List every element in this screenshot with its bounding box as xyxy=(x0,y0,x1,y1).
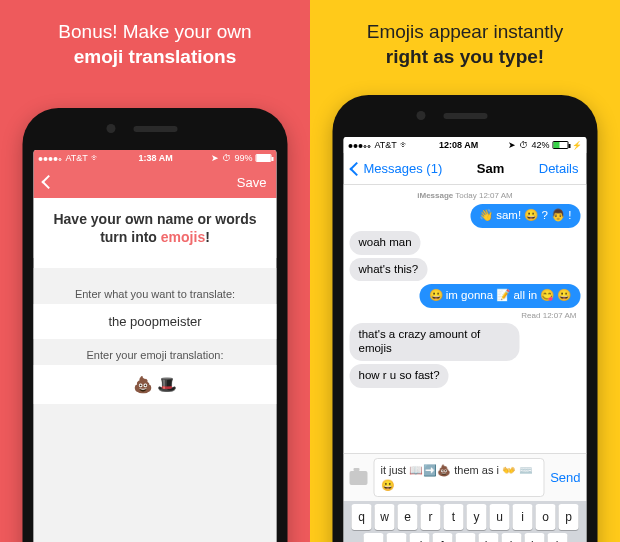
status-bar: AT&T ᯤ 12:08 AM ➤ ⏱ 42% ⚡ xyxy=(344,137,587,153)
headline-right: Emojis appear instantly right as you typ… xyxy=(310,0,620,69)
carrier-label: AT&T xyxy=(375,140,397,150)
keyboard-row-2: asdfghjkl xyxy=(346,533,585,542)
battery-fill xyxy=(257,155,271,161)
key-r[interactable]: r xyxy=(421,504,441,530)
screen-left: AT&T ᯤ 1:38 AM ➤ ⏱ 99% Save Have your ow… xyxy=(34,150,277,542)
key-a[interactable]: a xyxy=(363,533,383,542)
key-s[interactable]: s xyxy=(386,533,406,542)
clock: 1:38 AM xyxy=(100,153,212,163)
screen-right: AT&T ᯤ 12:08 AM ➤ ⏱ 42% ⚡ Messages (1) S… xyxy=(344,137,587,542)
phone-mockup-right: AT&T ᯤ 12:08 AM ➤ ⏱ 42% ⚡ Messages (1) S… xyxy=(333,95,598,542)
message-in: woah man xyxy=(350,231,581,255)
message-in: how r u so fast? xyxy=(350,364,581,388)
message-in: that's a crazy amount of emojis xyxy=(350,323,581,361)
back-button[interactable]: Messages (1) xyxy=(352,161,443,176)
back-icon[interactable] xyxy=(41,175,55,189)
key-e[interactable]: e xyxy=(398,504,418,530)
source-input[interactable]: the poopmeister xyxy=(34,304,277,339)
location-icon: ➤ xyxy=(508,140,516,150)
headline-text: Emojis appear instantly xyxy=(367,21,563,42)
battery-text: 42% xyxy=(531,140,549,150)
clock: 12:08 AM xyxy=(409,140,509,150)
message-in: what's this? xyxy=(350,258,581,282)
translation-form: Enter what you want to translate: the po… xyxy=(34,268,277,542)
details-button[interactable]: Details xyxy=(539,161,579,176)
alarm-icon: ⏱ xyxy=(222,153,231,163)
key-w[interactable]: w xyxy=(375,504,395,530)
keyboard-row-1: qwertyuiop xyxy=(346,504,585,530)
charging-icon: ⚡ xyxy=(572,141,582,150)
wifi-icon: ᯤ xyxy=(91,153,100,163)
message-composer: it just 📖➡️💩 them as i 👐 ⌨️ 😀 Send xyxy=(344,453,587,501)
battery-icon xyxy=(553,141,569,149)
intro-title: Have your own name or words turn into em… xyxy=(46,210,265,246)
key-i[interactable]: i xyxy=(513,504,533,530)
carrier-label: AT&T xyxy=(66,153,88,163)
headline-left: Bonus! Make your own emoji translations xyxy=(0,0,310,69)
message-thread[interactable]: iMessage Today 12:07 AM 👋 sam! 😀 ? 👨 ! w… xyxy=(344,185,587,453)
key-t[interactable]: t xyxy=(444,504,464,530)
promo-panel-right: Emojis appear instantly right as you typ… xyxy=(310,0,620,542)
key-o[interactable]: o xyxy=(536,504,556,530)
message-out: 😀 im gonna 📝 all in 😋 😀 xyxy=(350,284,581,308)
emoji-input[interactable]: 💩 🎩 xyxy=(34,365,277,404)
key-h[interactable]: h xyxy=(478,533,498,542)
key-u[interactable]: u xyxy=(490,504,510,530)
key-y[interactable]: y xyxy=(467,504,487,530)
save-button[interactable]: Save xyxy=(237,175,267,190)
key-k[interactable]: k xyxy=(524,533,544,542)
alarm-icon: ⏱ xyxy=(519,140,528,150)
key-d[interactable]: d xyxy=(409,533,429,542)
signal-dots-icon xyxy=(39,153,63,163)
battery-icon xyxy=(256,154,272,162)
headline-bold: right as you type! xyxy=(386,46,544,67)
read-receipt: Read 12:07 AM xyxy=(350,311,577,320)
key-p[interactable]: p xyxy=(559,504,579,530)
headline-text: Bonus! Make your own xyxy=(58,21,251,42)
phone-mockup-left: AT&T ᯤ 1:38 AM ➤ ⏱ 99% Save Have your ow… xyxy=(23,108,288,542)
thread-timestamp: iMessage Today 12:07 AM xyxy=(350,191,581,200)
message-out: 👋 sam! 😀 ? 👨 ! xyxy=(350,204,581,228)
wifi-icon: ᯤ xyxy=(400,140,409,150)
intro-card: Have your own name or words turn into em… xyxy=(34,198,277,258)
back-label: Messages (1) xyxy=(364,161,443,176)
app-navbar: Save xyxy=(34,166,277,198)
signal-dots-icon xyxy=(349,140,372,150)
compose-input[interactable]: it just 📖➡️💩 them as i 👐 ⌨️ 😀 xyxy=(374,458,545,497)
key-l[interactable]: l xyxy=(547,533,567,542)
keyboard[interactable]: qwertyuiop asdfghjkl xyxy=(344,501,587,542)
promo-panel-left: Bonus! Make your own emoji translations … xyxy=(0,0,310,542)
key-j[interactable]: j xyxy=(501,533,521,542)
send-button[interactable]: Send xyxy=(550,470,580,485)
chevron-left-icon xyxy=(349,161,363,175)
headline-bold: emoji translations xyxy=(74,46,237,67)
source-label: Enter what you want to translate: xyxy=(34,288,277,300)
contact-name: Sam xyxy=(442,161,539,176)
camera-icon[interactable] xyxy=(350,471,368,485)
key-q[interactable]: q xyxy=(352,504,372,530)
messages-navbar: Messages (1) Sam Details xyxy=(344,153,587,185)
battery-text: 99% xyxy=(234,153,252,163)
key-g[interactable]: g xyxy=(455,533,475,542)
emoji-label: Enter your emoji translation: xyxy=(34,349,277,361)
key-f[interactable]: f xyxy=(432,533,452,542)
status-bar: AT&T ᯤ 1:38 AM ➤ ⏱ 99% xyxy=(34,150,277,166)
location-icon: ➤ xyxy=(211,153,219,163)
